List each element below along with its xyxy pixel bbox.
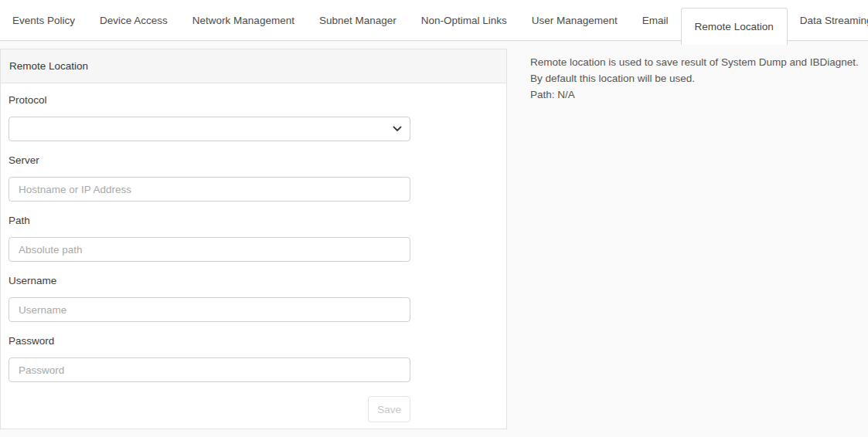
main-content: Remote Location Protocol Server Path [0,41,868,429]
settings-tab-bar: Events Policy Device Access Network Mana… [0,0,868,41]
tab-network-management[interactable]: Network Management [180,15,307,26]
username-field: Username [9,276,499,322]
username-input[interactable] [9,297,410,322]
tab-remote-location[interactable]: Remote Location [681,8,788,45]
server-input[interactable] [9,177,410,202]
remote-location-panel: Remote Location Protocol Server Path [0,49,507,429]
username-label: Username [9,276,499,286]
tab-subnet-manager[interactable]: Subnet Manager [307,15,409,26]
tab-non-optimal-links[interactable]: Non-Optimal Links [409,15,519,26]
help-line-2: By default this location will be used. [530,70,859,86]
tab-email[interactable]: Email [630,15,681,26]
protocol-field: Protocol [9,95,499,141]
path-label: Path [9,215,499,226]
form-actions: Save [9,396,410,422]
remote-location-help-text: Remote location is used to save result o… [530,54,859,103]
tab-events-policy[interactable]: Events Policy [0,15,87,26]
help-line-1: Remote location is used to save result o… [530,54,859,70]
password-input[interactable] [9,357,410,382]
tab-device-access[interactable]: Device Access [87,15,180,26]
password-field: Password [9,336,499,382]
server-field: Server [9,155,499,202]
protocol-select[interactable] [9,117,410,141]
password-label: Password [9,336,499,347]
save-button[interactable]: Save [368,396,410,422]
panel-title: Remote Location [1,49,506,83]
path-input[interactable] [9,237,410,262]
tab-user-management[interactable]: User Management [519,15,630,26]
remote-location-form: Protocol Server Path Username [1,83,506,429]
tab-data-streaming[interactable]: Data Streaming [788,15,868,26]
protocol-label: Protocol [9,95,499,106]
path-field: Path [9,215,499,262]
help-line-3: Path: N/A [530,86,859,103]
server-label: Server [9,155,499,166]
